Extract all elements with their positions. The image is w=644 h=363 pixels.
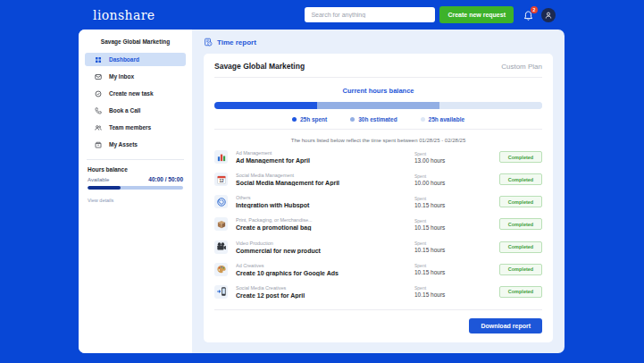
legend-label: 25h available — [429, 116, 464, 122]
status-badge: Completed — [499, 241, 542, 253]
dashboard-grid-icon — [95, 56, 102, 63]
create-new-request-button[interactable]: Create new request — [439, 6, 514, 23]
main-content: Time report Savage Global Marketing Cust… — [192, 30, 565, 353]
task-category: Ad Creatives — [236, 263, 414, 268]
card-client-name: Savage Global Marketing — [214, 62, 305, 71]
divider — [214, 129, 542, 130]
task-title: Create a promotional bag — [236, 224, 414, 231]
time-report-icon — [204, 38, 213, 46]
bar-chart-icon — [214, 150, 228, 164]
sidebar-item-my-inbox[interactable]: My Inbox — [85, 70, 186, 83]
legend-label: 30h estimated — [358, 116, 397, 122]
available-dot-icon — [421, 117, 425, 122]
legend-item-available: 25h available — [421, 116, 464, 122]
notifications-button[interactable]: 2 — [523, 8, 535, 22]
task-category: Video Production — [236, 241, 414, 246]
hours-legend: 25h spent 30h estimated 25h available — [214, 116, 542, 122]
task-title: Integration with Hubspot — [236, 202, 414, 208]
sidebar-item-label: Dashboard — [109, 56, 139, 63]
sidebar-item-label: My Assets — [109, 141, 138, 148]
spent-hours: 10.15 hours — [414, 269, 499, 275]
phone-icon — [95, 107, 102, 114]
hours-balance-widget: Hours balance Available 40:00 / 50:00 Vi… — [85, 166, 186, 206]
task-category: Social Media Management — [236, 173, 414, 178]
hours-balance-title: Hours balance — [88, 166, 183, 173]
spent-label: Spent — [414, 151, 499, 156]
estimated-dot-icon — [350, 117, 355, 122]
hubspot-spiral-icon — [214, 195, 228, 208]
avatar[interactable] — [541, 8, 556, 22]
download-report-button[interactable]: Download report — [469, 318, 542, 333]
sidebar-item-create-new-task[interactable]: Create new task — [85, 87, 186, 100]
available-segment — [439, 102, 542, 109]
sidebar-item-label: Create new task — [109, 90, 154, 97]
spent-hours: 10.15 hours — [414, 247, 499, 253]
movie-camera-icon — [214, 241, 228, 254]
spent-label: Spent — [414, 241, 499, 246]
spent-hours: 10.15 hours — [414, 291, 499, 298]
status-badge: Completed — [499, 264, 542, 275]
current-hours-balance-title: Current hours balance — [214, 87, 542, 95]
task-row[interactable]: Ad Management Ad Management for April Sp… — [214, 147, 542, 167]
spent-segment — [214, 102, 317, 109]
task-title: Create 10 graphics for Google Ads — [236, 270, 414, 276]
view-details-link[interactable]: View details — [88, 198, 113, 203]
report-period-note: The hours listed below reflect the time … — [214, 138, 542, 143]
palette-icon — [214, 263, 228, 276]
top-header: lionshare Create new request 2 — [0, 0, 644, 30]
hours-available-value: 40:00 / 50:00 — [148, 176, 183, 182]
task-category: Social Media Creatives — [236, 285, 414, 291]
legend-item-estimated: 30h estimated — [350, 116, 397, 122]
hours-balance-progressbar — [88, 186, 183, 190]
spent-hours: 10.00 hours — [414, 180, 499, 186]
task-row[interactable]: Social Media Creatives Create 12 post fo… — [214, 282, 542, 302]
sidebar-item-label: Team members — [109, 124, 151, 131]
people-icon — [95, 124, 102, 131]
sidebar-item-book-a-call[interactable]: Book a Call — [85, 104, 186, 117]
check-circle-icon — [95, 90, 102, 97]
search-input[interactable] — [305, 7, 435, 22]
plan-badge: Custom Plan — [501, 63, 542, 71]
spent-label: Spent — [414, 263, 499, 268]
task-title: Social Media Management for April — [236, 180, 414, 186]
logo: lionshare — [93, 8, 155, 22]
page-title: Time report — [217, 38, 256, 46]
hours-balance-stacked-bar — [214, 102, 542, 109]
task-title: Create 12 post for April — [236, 292, 414, 299]
app-window: Savage Global Marketing Dashboard My Inb… — [79, 30, 565, 353]
status-badge: Completed — [499, 218, 542, 230]
svg-text:12: 12 — [219, 178, 224, 182]
spent-dot-icon — [292, 117, 297, 122]
divider — [214, 309, 542, 310]
assets-box-icon — [95, 141, 102, 148]
sidebar-item-label: Book a Call — [109, 107, 140, 114]
app-canvas: lionshare Create new request 2 Savage Gl… — [0, 0, 644, 363]
task-row[interactable]: Video Production Commercial for new prod… — [214, 237, 542, 257]
hours-balance-progress-fill — [88, 186, 121, 190]
sidebar-item-team-members[interactable]: Team members — [85, 121, 186, 134]
inbox-envelope-icon — [95, 73, 102, 80]
legend-label: 25h spent — [300, 116, 327, 122]
sidebar-client-name: Savage Global Marketing — [85, 38, 186, 45]
hours-available-label: Available — [88, 177, 109, 182]
divider — [214, 77, 542, 78]
spent-hours: 13.00 hours — [414, 157, 499, 164]
spent-hours: 10.15 hours — [414, 224, 499, 231]
task-category: Print, Packaging, or Merchandise... — [236, 217, 414, 223]
page-title-row: Time report — [204, 38, 553, 46]
legend-item-spent: 25h spent — [292, 116, 327, 122]
task-row[interactable]: Others Integration with Hubspot Spent 10… — [214, 191, 542, 212]
time-report-card: Savage Global Marketing Custom Plan Curr… — [204, 54, 553, 342]
task-row[interactable]: 12 Social Media Management Social Media … — [214, 169, 542, 190]
sidebar-item-my-assets[interactable]: My Assets — [85, 138, 186, 151]
status-badge: Completed — [499, 173, 542, 185]
task-row[interactable]: Print, Packaging, or Merchandise... Crea… — [214, 214, 542, 234]
mobile-phone-arrow-icon — [214, 285, 228, 299]
task-category: Others — [236, 195, 414, 200]
sidebar-item-dashboard[interactable]: Dashboard — [85, 53, 186, 66]
sidebar-item-label: My Inbox — [109, 73, 134, 80]
task-category: Ad Management — [236, 150, 414, 156]
task-row[interactable]: Ad Creatives Create 10 graphics for Goog… — [214, 259, 542, 280]
estimated-segment — [317, 102, 440, 109]
task-title: Ad Management for April — [236, 157, 414, 164]
